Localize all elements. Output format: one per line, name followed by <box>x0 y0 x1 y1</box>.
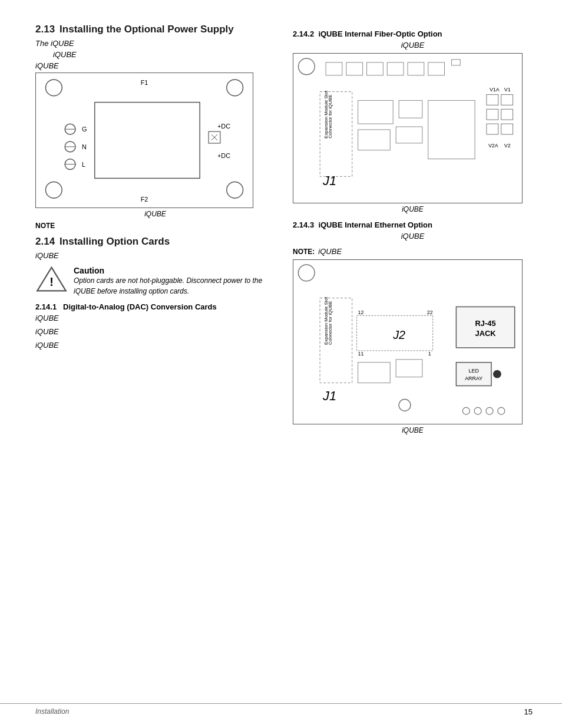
s2143-note-iqube: iQUBE <box>318 247 342 256</box>
eth-diagram-container: Connector for iQUBE Expansion Module Slo… <box>293 259 533 434</box>
section-2141: 2.14.1 Digital-to-Analog (DAC) Conversio… <box>35 302 275 350</box>
svg-text:J2: J2 <box>392 328 405 341</box>
section-2143-title: 2.14.3 iQUBE Internal Ethernet Option <box>293 220 533 229</box>
svg-point-64 <box>486 407 493 414</box>
section-214-title: Installing Option Cards <box>59 236 170 248</box>
svg-text:J1: J1 <box>322 388 336 403</box>
s2143-note-label: NOTE: <box>293 248 315 256</box>
svg-point-50 <box>298 265 315 281</box>
svg-text:F1: F1 <box>141 79 148 86</box>
fo-diagram-container: V1A V1 V2A V2 <box>293 53 533 213</box>
svg-text:RJ-45: RJ-45 <box>475 319 495 328</box>
s213-iqube-ref2: iQUBE <box>53 50 275 59</box>
svg-text:+DC: +DC <box>217 123 230 130</box>
svg-text:V1A: V1A <box>490 87 500 93</box>
svg-point-65 <box>498 407 505 414</box>
section-2143: 2.14.3 iQUBE Internal Ethernet Option iQ… <box>293 220 533 434</box>
svg-point-2 <box>45 182 62 198</box>
svg-text:11: 11 <box>358 351 364 357</box>
s2143-iqube-ref: iQUBE <box>293 232 533 241</box>
caution-label: Caution <box>74 266 104 275</box>
s2142-iqube-ref: iQUBE <box>293 41 533 50</box>
svg-rect-30 <box>451 60 460 65</box>
svg-rect-74 <box>396 360 422 377</box>
s2143-note: NOTE: iQUBE <box>293 244 533 256</box>
svg-rect-37 <box>487 124 498 134</box>
svg-text:!: ! <box>49 275 54 288</box>
svg-rect-29 <box>428 62 445 75</box>
svg-rect-48 <box>396 127 422 143</box>
s2141-iqube-ref2: iQUBE <box>35 327 275 336</box>
svg-rect-36 <box>501 109 513 120</box>
svg-rect-46 <box>399 100 422 118</box>
section-2141-title: 2.14.1 Digital-to-Analog (DAC) Conversio… <box>35 302 275 311</box>
s213-iqube-ref3: iQUBE <box>35 61 275 70</box>
section-2142-title: 2.14.2 iQUBE Internal Fiber-Optic Option <box>293 29 533 38</box>
svg-point-0 <box>45 80 62 96</box>
s213-note-label: NOTE <box>35 222 275 230</box>
caution-box: ! Caution Option cards are not hot-plugg… <box>35 266 275 297</box>
svg-text:12: 12 <box>358 309 364 315</box>
footer-left-text: Installation <box>35 707 69 716</box>
svg-rect-45 <box>358 100 394 124</box>
svg-text:ARRAY: ARRAY <box>465 375 482 381</box>
section-2142: 2.14.2 iQUBE Internal Fiber-Optic Option… <box>293 29 533 213</box>
main-content: 2.13 Installing the Optional Power Suppl… <box>35 24 533 434</box>
section-214-header: 2.14 Installing Option Cards <box>35 236 275 248</box>
svg-rect-26 <box>367 62 384 75</box>
svg-text:+DC: +DC <box>217 152 230 159</box>
svg-text:V2: V2 <box>504 143 511 149</box>
svg-rect-38 <box>501 124 513 134</box>
svg-rect-15 <box>95 103 200 179</box>
svg-point-61 <box>399 399 411 411</box>
footer-page-number: 15 <box>524 707 533 716</box>
svg-point-1 <box>227 80 243 96</box>
svg-rect-49 <box>428 100 475 159</box>
svg-text:L: L <box>82 161 85 168</box>
svg-rect-33 <box>487 94 498 105</box>
s2141-iqube-ref1: iQUBE <box>35 314 275 322</box>
fo-diagram-label: iQUBE <box>293 205 533 213</box>
svg-rect-28 <box>408 62 424 75</box>
right-column: 2.14.2 iQUBE Internal Fiber-Optic Option… <box>293 24 533 434</box>
section-213-title: Installing the Optional Power Supply <box>59 24 234 35</box>
svg-text:JACK: JACK <box>475 329 496 338</box>
section-213-number: 2.13 <box>35 24 55 35</box>
s214-iqube-ref: iQUBE <box>35 251 275 260</box>
caution-icon: ! <box>35 266 68 292</box>
section-214: 2.14 Installing Option Cards iQUBE ! Cau… <box>35 236 275 350</box>
page: 2.13 Installing the Optional Power Suppl… <box>0 0 562 728</box>
svg-point-23 <box>298 58 315 75</box>
ps-diagram-container: F1 F2 G N L <box>35 73 275 218</box>
svg-rect-69 <box>456 363 491 386</box>
svg-rect-73 <box>358 363 391 383</box>
section-214-number: 2.14 <box>35 236 55 248</box>
svg-point-72 <box>493 370 501 378</box>
svg-text:Expansion Module Slot: Expansion Module Slot <box>323 297 329 345</box>
svg-point-62 <box>462 407 470 414</box>
svg-text:22: 22 <box>427 309 433 315</box>
svg-rect-27 <box>387 62 404 75</box>
svg-text:1: 1 <box>428 351 431 357</box>
s213-iqube-ref1: The iQUBE <box>35 39 275 48</box>
s2141-iqube-ref3: iQUBE <box>35 341 275 350</box>
svg-text:LED: LED <box>469 368 480 374</box>
ps-diagram-label: iQUBE <box>35 210 275 218</box>
svg-rect-35 <box>487 109 498 120</box>
svg-text:F2: F2 <box>141 196 148 203</box>
left-column: 2.13 Installing the Optional Power Suppl… <box>35 24 275 434</box>
svg-rect-47 <box>358 130 391 150</box>
svg-rect-25 <box>346 62 363 75</box>
svg-text:V2A: V2A <box>488 143 498 149</box>
svg-text:G: G <box>82 126 87 133</box>
eth-diagram-label: iQUBE <box>293 426 533 434</box>
svg-text:V1: V1 <box>504 87 511 93</box>
svg-rect-24 <box>326 62 342 75</box>
svg-text:Expansion Module Slot: Expansion Module Slot <box>323 90 329 139</box>
footer-section-label: Installation <box>35 707 524 716</box>
svg-point-3 <box>227 182 243 198</box>
svg-text:J1: J1 <box>322 173 336 188</box>
svg-point-63 <box>474 407 481 414</box>
caution-text: Option cards are not hot-pluggable. Disc… <box>74 275 275 297</box>
section-213-header: 2.13 Installing the Optional Power Suppl… <box>35 24 275 35</box>
